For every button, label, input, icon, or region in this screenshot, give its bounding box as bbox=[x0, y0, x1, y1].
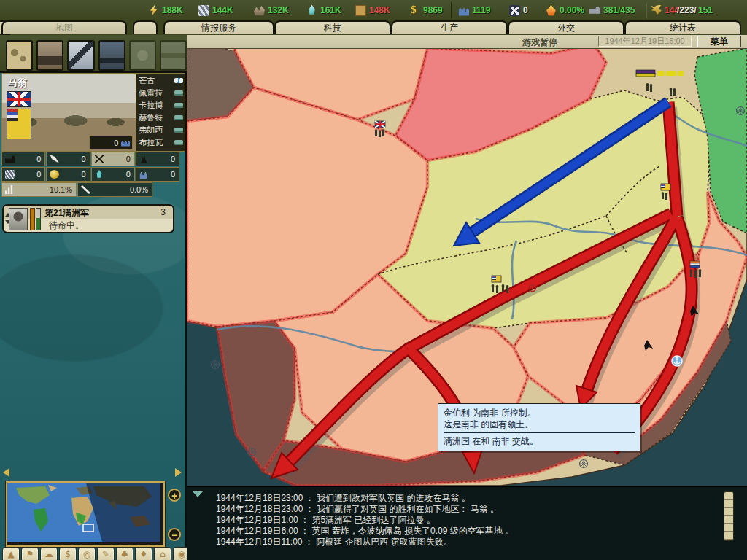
tab-label: 情报服务 bbox=[201, 22, 236, 34]
adjacent-province-name: 布拉瓦 bbox=[139, 137, 163, 148]
resource-item: 132K bbox=[254, 4, 289, 17]
fbrig-icon bbox=[161, 42, 185, 69]
manpower-icon bbox=[120, 139, 130, 147]
map-mode-icon: $ bbox=[65, 549, 71, 559]
unit-filter-button[interactable] bbox=[160, 40, 187, 71]
stat-value: 0 bbox=[171, 170, 175, 179]
adjacent-province-item[interactable]: 布拉瓦 bbox=[136, 136, 185, 149]
map-mode-button[interactable]: ⚑ bbox=[21, 547, 39, 560]
speople-icon bbox=[139, 170, 149, 179]
minimap-scroll-left-icon[interactable] bbox=[3, 468, 9, 477]
adjacent-province-item[interactable]: 弗朗西 bbox=[136, 124, 185, 136]
resource-value: 381/435 bbox=[603, 5, 635, 15]
energy-icon bbox=[148, 5, 159, 16]
oil-icon bbox=[306, 5, 317, 16]
tab-label: 生产 bbox=[441, 22, 458, 34]
unit-filter-button[interactable] bbox=[6, 40, 33, 71]
unit-filter-button[interactable] bbox=[67, 40, 94, 71]
zoom-out-button[interactable]: − bbox=[168, 528, 181, 541]
minimap-scroll-right-icon[interactable] bbox=[175, 468, 182, 477]
log-collapse-icon[interactable] bbox=[193, 491, 203, 497]
log-entry: 1944年12月19日6:00 ： 英国 轰炸，令波纳佩岛 损失了0.09 级的… bbox=[216, 526, 514, 537]
map-mode-icon: ◎ bbox=[83, 549, 90, 559]
adjacent-province-name: 佩雷拉 bbox=[139, 88, 163, 98]
nbriver-icon bbox=[174, 78, 183, 83]
unit-filter-button[interactable] bbox=[36, 40, 63, 71]
resource-value: 9869 bbox=[423, 5, 443, 15]
resource-item: 144 bbox=[651, 4, 679, 17]
nbdash-icon bbox=[174, 140, 183, 145]
resource-item: /223/ bbox=[677, 4, 697, 17]
sbars-icon bbox=[5, 185, 15, 194]
province-tooltip: 金伯利 为南非 所控制。 这是南非 的固有领土。 满洲国 在和 南非 交战。 bbox=[438, 403, 640, 451]
map-mode-icon: ☁ bbox=[44, 549, 53, 559]
message-log: 1944年12月18日23:00 ： 我们遭到敌对军队英国 的进攻在马翁 。19… bbox=[187, 486, 747, 560]
adjacent-province-item[interactable]: 佩雷拉 bbox=[136, 87, 185, 99]
resource-value: 188K bbox=[162, 5, 183, 15]
log-entry: 1944年12月19日11:00 ： 阿根廷 企图从巴西 窃取蓝图失败。 bbox=[216, 537, 514, 548]
date-display: 1944年12月19日15:00 bbox=[598, 36, 692, 47]
resource-value: 148K bbox=[369, 5, 390, 15]
resource-item: 381/435 bbox=[589, 4, 635, 17]
transport-icon bbox=[589, 5, 600, 16]
tab[interactable]: 科技 bbox=[274, 20, 391, 34]
resource-item: 1119 bbox=[458, 4, 490, 17]
aagun-icon bbox=[139, 155, 149, 163]
adjacent-province-item[interactable]: 芒古 bbox=[136, 74, 185, 87]
fbattle-icon bbox=[131, 42, 155, 69]
stat-value: 0 bbox=[171, 155, 175, 163]
map-mode-button[interactable]: ◎ bbox=[78, 547, 96, 560]
tooltip-line: 金伯利 为南非 所控制。 bbox=[444, 407, 635, 419]
map-mode-button[interactable]: ♦ bbox=[135, 547, 152, 560]
map-mode-icon: ◉ bbox=[178, 549, 185, 559]
stat-cell: 0 bbox=[46, 152, 90, 166]
tab[interactable]: 情报服务 bbox=[163, 20, 274, 34]
stat-value: 0.0% bbox=[130, 185, 148, 194]
unit-filter-button[interactable] bbox=[98, 40, 125, 71]
map-view[interactable]: 金伯利 为南非 所控制。 这是南非 的固有领土。 满洲国 在和 南非 交战。 bbox=[187, 35, 747, 486]
tab[interactable]: 统计表 bbox=[624, 20, 741, 34]
menu-button[interactable]: 菜单 bbox=[697, 36, 741, 47]
army-name: 第21满洲军 bbox=[44, 207, 89, 219]
stat-cell: 0 bbox=[91, 152, 135, 166]
santenna-icon bbox=[81, 185, 90, 194]
game-screen: 188K 144K 132K 161K 148K 9869 1119 bbox=[0, 0, 747, 560]
tab[interactable]: 生产 bbox=[391, 20, 508, 34]
log-scrollbar[interactable] bbox=[724, 491, 734, 541]
map-mode-button[interactable]: ✎ bbox=[97, 547, 115, 560]
stat-value: 10.1% bbox=[50, 185, 72, 194]
resource-item: 9869 bbox=[409, 4, 443, 17]
resource-item: 0 bbox=[509, 4, 528, 17]
resource-value: /223/ bbox=[677, 5, 697, 15]
stat-cell: 0.0% bbox=[77, 182, 152, 197]
dissent-icon bbox=[509, 5, 520, 16]
province-flags bbox=[7, 91, 30, 139]
map-mode-button[interactable]: ☁ bbox=[40, 547, 58, 560]
map-mode-button[interactable]: $ bbox=[59, 547, 77, 560]
unit-filter-row bbox=[0, 35, 187, 73]
tooltip-divider bbox=[444, 432, 635, 433]
unit-filter-button[interactable] bbox=[129, 40, 156, 71]
resource-value: 0 bbox=[523, 5, 528, 15]
map-mode-icon: ⌂ bbox=[160, 549, 166, 559]
world-minimap[interactable] bbox=[6, 481, 165, 547]
adjacent-province-item[interactable]: 赫鲁特 bbox=[136, 112, 185, 124]
tab[interactable]: 地图 bbox=[1, 20, 127, 34]
strength-bar bbox=[36, 208, 41, 230]
zoom-in-button[interactable]: + bbox=[168, 489, 181, 502]
map-mode-button[interactable]: ▲ bbox=[2, 547, 20, 560]
stat-value: 0 bbox=[81, 170, 85, 179]
adjacent-province-name: 卡拉博 bbox=[139, 100, 163, 111]
port-anchor-icon bbox=[672, 356, 682, 366]
map-mode-button[interactable]: ⌂ bbox=[154, 547, 171, 560]
adjacent-province-item[interactable]: 卡拉博 bbox=[136, 99, 185, 112]
tab[interactable] bbox=[133, 20, 158, 34]
topbar-separator bbox=[646, 2, 646, 18]
resource-item: 188K bbox=[148, 4, 183, 17]
resource-value: 132K bbox=[268, 5, 289, 15]
tab[interactable]: 外交 bbox=[508, 20, 624, 34]
resource-value: 0.00% bbox=[560, 5, 584, 15]
army-list-item[interactable]: 第21满洲军 3 待命中。 bbox=[2, 204, 174, 233]
map-mode-button[interactable]: ♣ bbox=[116, 547, 133, 560]
stat-cell: 0 bbox=[46, 167, 90, 182]
